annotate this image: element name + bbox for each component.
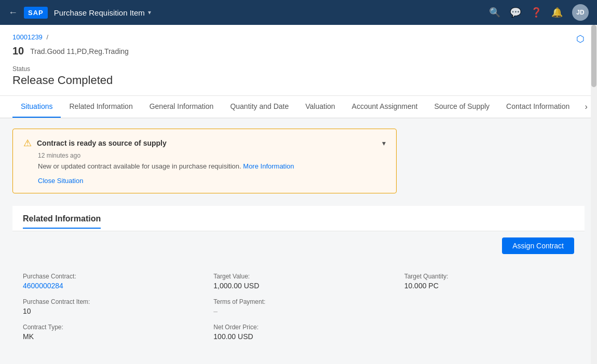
header-title-text: Purchase Requisition Item bbox=[54, 8, 145, 17]
terms-of-payment-label: Terms of Payment: bbox=[213, 298, 383, 305]
page-body: ⚠ Contract is ready as source of supply … bbox=[0, 118, 597, 364]
alert-header: ⚠ Contract is ready as source of supply … bbox=[23, 137, 386, 149]
tab-valuation[interactable]: Valuation bbox=[297, 96, 343, 118]
status-label: Status bbox=[12, 65, 585, 73]
field-net-order-price: Net Order Price: 100.00 USD bbox=[213, 324, 383, 341]
target-quantity-value: 10.000 PC bbox=[404, 282, 574, 290]
item-row: 10 Trad.Good 11,PD,Reg.Trading bbox=[12, 45, 585, 57]
alert-box: ⚠ Contract is ready as source of supply … bbox=[12, 129, 397, 193]
related-information-header: Related Information bbox=[12, 206, 585, 229]
target-value-value: 1,000.00 USD bbox=[213, 282, 383, 290]
back-button[interactable]: ← bbox=[8, 7, 18, 18]
related-information-section: Related Information Assign Contract Purc… bbox=[12, 206, 585, 361]
breadcrumb-separator: / bbox=[46, 33, 48, 41]
header-title: Purchase Requisition Item ▾ bbox=[54, 8, 151, 17]
tab-contact-information[interactable]: Contact Information bbox=[498, 96, 578, 118]
item-description: Trad.Good 11,PD,Reg.Trading bbox=[30, 47, 129, 55]
tab-situations[interactable]: Situations bbox=[12, 96, 61, 118]
contract-type-value: MK bbox=[23, 332, 193, 341]
alert-warning-icon: ⚠ bbox=[23, 137, 32, 149]
chat-icon[interactable]: 💬 bbox=[510, 7, 521, 18]
item-number: 10 bbox=[12, 45, 24, 57]
field-contract-type: Contract Type: MK bbox=[23, 324, 193, 341]
net-order-price-value: 100.00 USD bbox=[213, 332, 383, 341]
purchase-contract-label: Purchase Contract: bbox=[23, 273, 193, 280]
fields-col-3: Target Quantity: 10.000 PC bbox=[404, 273, 574, 341]
target-quantity-label: Target Quantity: bbox=[404, 273, 574, 280]
sap-logo: SAP bbox=[24, 7, 48, 19]
scrollbar-thumb[interactable] bbox=[591, 25, 596, 87]
alert-message: New or updated contract available for us… bbox=[38, 162, 386, 170]
header-icons: 🔍 💬 ❓ 🔔 JD bbox=[489, 4, 589, 21]
avatar[interactable]: JD bbox=[572, 4, 589, 21]
header-title-dropdown[interactable]: ▾ bbox=[148, 9, 151, 16]
tab-related-information[interactable]: Related Information bbox=[61, 96, 141, 118]
field-purchase-contract: Purchase Contract: 4600000284 bbox=[23, 273, 193, 290]
field-target-quantity: Target Quantity: 10.000 PC bbox=[404, 273, 574, 290]
tab-bar: Situations Related Information General I… bbox=[0, 96, 597, 118]
tab-source-of-supply[interactable]: Source of Supply bbox=[426, 96, 498, 118]
app-header: ← SAP Purchase Requisition Item ▾ 🔍 💬 ❓ … bbox=[0, 0, 597, 25]
field-purchase-contract-item: Purchase Contract Item: 10 bbox=[23, 298, 193, 315]
alert-more-info-link[interactable]: More Information bbox=[243, 162, 294, 170]
status-value: Release Completed bbox=[12, 74, 585, 87]
field-target-value: Target Value: 1,000.00 USD bbox=[213, 273, 383, 290]
help-icon[interactable]: ❓ bbox=[531, 7, 542, 18]
contract-type-label: Contract Type: bbox=[23, 324, 193, 331]
alert-timestamp: 12 minutes ago bbox=[38, 152, 386, 159]
fields-col-2: Target Value: 1,000.00 USD Terms of Paym… bbox=[213, 273, 383, 341]
purchase-contract-item-label: Purchase Contract Item: bbox=[23, 298, 193, 305]
tab-quantity-and-date[interactable]: Quantity and Date bbox=[222, 96, 297, 118]
breadcrumb-link[interactable]: 10001239 bbox=[12, 33, 43, 41]
search-icon[interactable]: 🔍 bbox=[489, 7, 500, 18]
terms-of-payment-value: – bbox=[213, 307, 383, 315]
related-information-fields: Purchase Contract: 4600000284 Purchase C… bbox=[23, 264, 574, 349]
alert-close-link[interactable]: Close Situation bbox=[38, 177, 83, 185]
purchase-contract-value[interactable]: 4600000284 bbox=[23, 282, 193, 290]
tab-general-information[interactable]: General Information bbox=[141, 96, 222, 118]
fields-col-1: Purchase Contract: 4600000284 Purchase C… bbox=[23, 273, 193, 341]
alert-title: Contract is ready as source of supply bbox=[37, 139, 377, 147]
bell-icon[interactable]: 🔔 bbox=[551, 7, 563, 18]
net-order-price-label: Net Order Price: bbox=[213, 324, 383, 331]
breadcrumb[interactable]: 10001239 / bbox=[12, 33, 585, 41]
field-terms-of-payment: Terms of Payment: – bbox=[213, 298, 383, 315]
alert-chevron-icon[interactable]: ▾ bbox=[382, 139, 386, 147]
tab-account-assignment[interactable]: Account Assignment bbox=[344, 96, 426, 118]
page-content-header: 10001239 / 10 Trad.Good 11,PD,Reg.Tradin… bbox=[0, 25, 597, 96]
purchase-contract-item-value: 10 bbox=[23, 307, 193, 315]
target-value-label: Target Value: bbox=[213, 273, 383, 280]
status-section: Status Release Completed bbox=[12, 65, 585, 87]
external-link-icon[interactable]: ⬡ bbox=[576, 33, 585, 45]
related-information-title: Related Information bbox=[23, 214, 101, 229]
scrollbar-track[interactable] bbox=[591, 25, 597, 364]
assign-contract-button[interactable]: Assign Contract bbox=[502, 237, 574, 254]
